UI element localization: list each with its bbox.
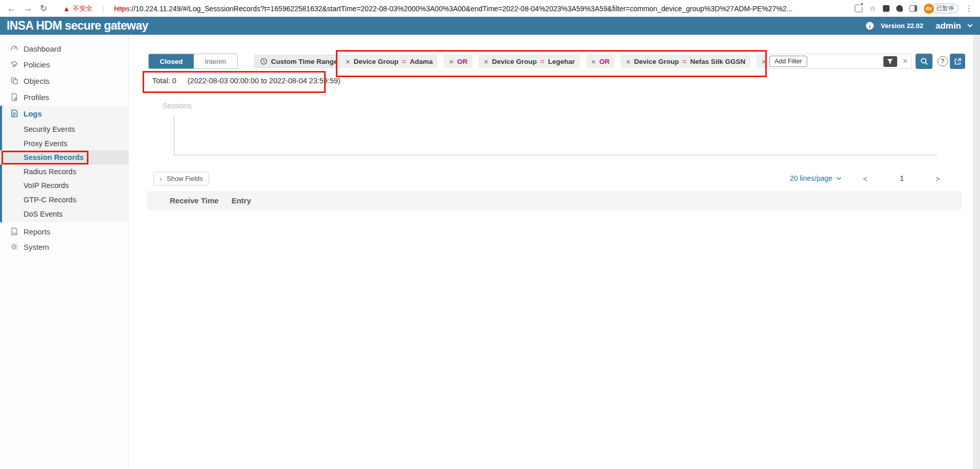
export-button[interactable] xyxy=(950,54,965,69)
prev-page-button[interactable]: < xyxy=(863,174,868,183)
sidebar-item-label: Radius Records xyxy=(24,168,76,176)
sidebar-item-logs[interactable]: Logs xyxy=(0,106,129,121)
not-secure-label: 不安全 xyxy=(73,4,93,13)
next-page-button[interactable]: > xyxy=(936,174,940,183)
sidebar-item-proxy-events[interactable]: Proxy Events xyxy=(0,136,129,151)
filter-input[interactable]: Add Filter × xyxy=(765,54,912,69)
time-range-label: Custom Time Range xyxy=(271,58,337,65)
sidebar: Dashboard Policies Objects Profiles Logs xyxy=(0,35,129,469)
share-icon[interactable] xyxy=(855,5,862,12)
extension-icon-2[interactable] xyxy=(896,5,903,12)
sidebar-item-voip-records[interactable]: VoIP Records xyxy=(0,178,129,193)
filter-field: Device Group xyxy=(492,58,537,65)
chevron-down-icon xyxy=(836,177,841,180)
chevron-down-icon[interactable] xyxy=(968,22,973,28)
show-fields-button[interactable]: › Show Fields xyxy=(153,172,209,185)
sidebar-item-radius-records[interactable]: Radius Records xyxy=(0,165,129,179)
sidebar-item-label: GTP-C Records xyxy=(24,196,76,204)
filter-chip-device-group[interactable]: × Device Group = Adama xyxy=(340,55,438,68)
app-header: INSA HDM secure gateway i Version 22.02 … xyxy=(0,17,980,35)
side-panel-icon[interactable] xyxy=(909,5,917,12)
user-menu[interactable]: admin xyxy=(936,21,961,31)
remove-filter-icon[interactable]: × xyxy=(591,57,596,66)
browser-reload-icon[interactable]: ↻ xyxy=(40,0,47,17)
url-text: ://10.224.11.249/#/Log_SesssionRecords?t… xyxy=(129,5,792,13)
funnel-icon xyxy=(887,59,893,64)
chart-y-axis xyxy=(174,116,174,155)
filter-value: Adama xyxy=(409,58,432,65)
sidebar-item-label: VoIP Records xyxy=(24,181,69,190)
tab-interim[interactable]: Interim xyxy=(194,54,237,68)
extension-icon[interactable] xyxy=(883,5,890,12)
sidebar-item-policies[interactable]: Policies xyxy=(0,57,129,72)
sidebar-item-label: Logs xyxy=(24,109,42,118)
column-entry[interactable]: Entry xyxy=(232,196,251,205)
help-icon: ? xyxy=(941,58,944,65)
sidebar-item-gtpc-records[interactable]: GTP-C Records xyxy=(0,193,129,207)
filter-chip-device-group[interactable]: × Device Group = Nefas Silk GGSN xyxy=(621,55,750,68)
info-icon[interactable]: i xyxy=(866,22,874,30)
filter-or-label: OR xyxy=(457,58,467,65)
filter-value: Nefas Silk GGSN xyxy=(690,58,745,65)
sidebar-item-label: DoS Events xyxy=(24,210,63,218)
current-page[interactable]: 1 xyxy=(900,174,904,182)
search-button[interactable] xyxy=(916,54,932,69)
sidebar-item-dashboard[interactable]: Dashboard xyxy=(0,41,129,56)
sidebar-item-session-records[interactable]: Session Records xyxy=(0,150,129,165)
filter-operator: = xyxy=(682,58,687,65)
clear-filter-icon[interactable]: × xyxy=(903,57,907,66)
filter-value: Legehar xyxy=(548,58,575,65)
sidebar-item-label: System xyxy=(24,243,49,251)
filter-chip-device-group[interactable]: × Device Group = Legehar xyxy=(478,55,580,68)
url-scheme: https xyxy=(114,5,129,13)
help-button[interactable]: ? xyxy=(938,56,948,66)
sidebar-item-system[interactable]: System xyxy=(0,239,129,254)
remove-filter-icon[interactable]: × xyxy=(484,57,488,66)
reports-icon xyxy=(10,227,18,236)
sidebar-item-label: Dashboard xyxy=(24,44,61,53)
page-size-select[interactable]: 20 lines/page xyxy=(790,174,841,182)
tab-closed[interactable]: Closed xyxy=(149,54,194,68)
warning-triangle-icon: ▲ xyxy=(63,5,70,13)
translate-extension-badge[interactable]: du 已暂停 xyxy=(924,4,959,14)
remove-filter-icon[interactable]: × xyxy=(626,57,630,66)
page-size-label: 20 lines/page xyxy=(790,174,832,182)
chart-title: Sessions xyxy=(163,102,192,110)
filter-operator: = xyxy=(540,58,544,65)
objects-icon xyxy=(10,77,18,85)
column-receive-time[interactable]: Receive Time xyxy=(170,196,219,205)
policies-icon xyxy=(10,60,18,69)
page-scrollbar[interactable] xyxy=(973,35,980,469)
search-icon xyxy=(920,57,928,65)
external-link-icon xyxy=(954,58,962,65)
sidebar-item-dos-events[interactable]: DoS Events xyxy=(0,207,129,221)
address-bar[interactable]: https://10.224.11.249/#/Log_SesssionReco… xyxy=(114,5,792,13)
clock-icon xyxy=(260,58,267,65)
remove-filter-icon[interactable]: × xyxy=(346,57,350,66)
sidebar-item-profiles[interactable]: Profiles xyxy=(0,89,129,105)
time-range-selector[interactable]: Custom Time Range xyxy=(254,55,344,68)
dashboard-gauge-icon xyxy=(10,44,18,53)
browser-forward-icon[interactable]: → xyxy=(24,0,32,17)
browser-menu-icon[interactable]: ⋮ xyxy=(965,4,973,13)
extension-status-label: 已暂停 xyxy=(931,4,959,13)
add-filter-button[interactable]: Add Filter xyxy=(769,56,807,67)
sidebar-item-label: Security Events xyxy=(24,125,75,133)
site-security-indicator[interactable]: ▲ 不安全 xyxy=(63,4,93,13)
gear-icon xyxy=(10,243,18,251)
sidebar-item-label: Proxy Events xyxy=(24,139,67,148)
filter-chip-or[interactable]: × OR xyxy=(586,55,614,68)
remove-filter-icon[interactable]: × xyxy=(449,57,453,66)
sidebar-item-objects[interactable]: Objects xyxy=(0,73,129,88)
sidebar-item-reports[interactable]: Reports xyxy=(0,224,129,239)
apply-filter-button[interactable] xyxy=(883,56,897,67)
results-summary: Total: 0 (2022-08-03 00:00:00 to 2022-08… xyxy=(152,77,340,85)
time-range-summary: (2022-08-03 00:00:00 to 2022-08-04 23:59… xyxy=(188,77,340,85)
browser-back-icon[interactable]: ← xyxy=(7,0,16,17)
sidebar-item-label: Policies xyxy=(24,60,50,69)
filter-chip-or[interactable]: × OR xyxy=(444,55,472,68)
bookmark-star-icon[interactable]: ☆ xyxy=(869,4,876,13)
version-label: Version 22.02 xyxy=(881,22,923,30)
chart-x-axis xyxy=(174,155,937,155)
sidebar-item-security-events[interactable]: Security Events xyxy=(0,122,129,136)
